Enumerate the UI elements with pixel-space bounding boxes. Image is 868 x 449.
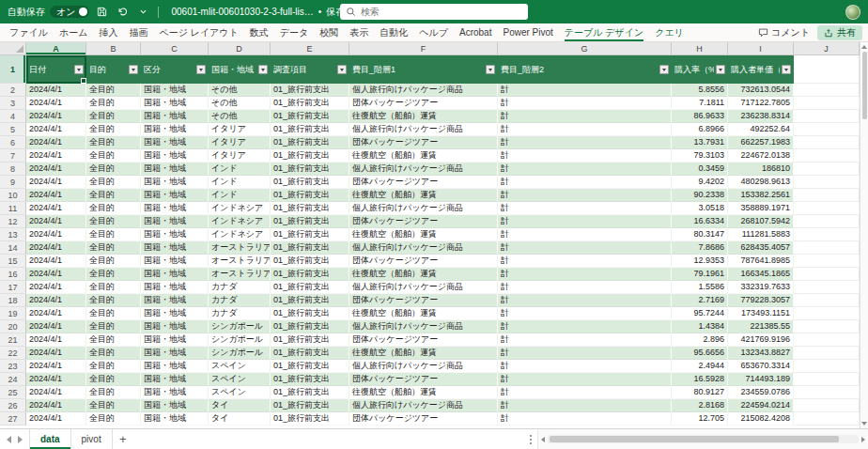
cell-J22[interactable] [794, 347, 860, 360]
cell-F12[interactable]: 団体パッケージツアー [349, 215, 498, 228]
header-cell-C1[interactable]: 区分 [141, 55, 209, 84]
cell-E18[interactable]: 01_旅行前支出 [271, 294, 349, 307]
cell-B20[interactable]: 全目的 [86, 320, 141, 333]
cell-G5[interactable]: 計 [498, 123, 672, 136]
cell-B23[interactable]: 全目的 [86, 360, 141, 373]
cell-B10[interactable]: 全目的 [86, 189, 141, 202]
cell-D11[interactable]: インドネシア [209, 202, 271, 215]
row-header-26[interactable]: 26 [0, 399, 26, 412]
filter-dropdown-icon[interactable] [74, 65, 84, 74]
cell-B17[interactable]: 全目的 [86, 281, 141, 294]
cell-A17[interactable]: 2024/4/1 [26, 281, 86, 294]
cell-B16[interactable]: 全目的 [86, 268, 141, 281]
header-cell-H1[interactable]: 購入率（%） [672, 55, 728, 84]
search-box[interactable] [340, 4, 528, 20]
cell-H8[interactable]: 0.3459 [672, 163, 728, 176]
cell-E20[interactable]: 01_旅行前支出 [271, 320, 349, 333]
cell-E27[interactable]: 01_旅行前支出 [271, 412, 349, 426]
cell-G23[interactable]: 計 [498, 360, 672, 373]
cell-H4[interactable]: 86.9633 [672, 110, 728, 123]
ribbon-tab-14[interactable]: テーブル デザイン [559, 23, 649, 41]
row-header-25[interactable]: 25 [0, 386, 26, 399]
cell-J12[interactable] [794, 215, 860, 228]
cell-G16[interactable]: 計 [498, 268, 672, 281]
ribbon-tab-15[interactable]: クエリ [649, 23, 690, 41]
cell-C4[interactable]: 国籍・地域 [141, 110, 209, 123]
cell-E16[interactable]: 01_旅行前支出 [271, 268, 349, 281]
ribbon-tab-9[interactable]: 表示 [344, 23, 374, 41]
undo-icon[interactable] [115, 4, 131, 21]
cell-F15[interactable]: 団体パッケージツアー [349, 255, 498, 268]
cell-C17[interactable]: 国籍・地域 [141, 281, 209, 294]
cell-B14[interactable]: 全目的 [86, 241, 141, 255]
cell-I7[interactable]: 224672.0138 [728, 149, 794, 163]
cell-D10[interactable]: インド [209, 189, 271, 202]
cell-C7[interactable]: 国籍・地域 [141, 149, 209, 163]
cell-D19[interactable]: カナダ [209, 307, 271, 320]
cell-D12[interactable]: インドネシア [209, 215, 271, 228]
cell-B24[interactable]: 全目的 [86, 373, 141, 386]
row-header-4[interactable]: 4 [0, 110, 26, 123]
cell-A14[interactable]: 2024/4/1 [26, 241, 86, 255]
cell-G8[interactable]: 計 [498, 163, 672, 176]
cell-F9[interactable]: 団体パッケージツアー [349, 176, 498, 189]
quick-access-chevron-icon[interactable] [135, 4, 151, 21]
cell-H26[interactable]: 2.8168 [672, 399, 728, 412]
cell-A4[interactable]: 2024/4/1 [26, 110, 86, 123]
cell-G14[interactable]: 計 [498, 241, 672, 255]
cell-F13[interactable]: 往復航空（船舶）運賃 [349, 228, 498, 241]
cell-J23[interactable] [794, 360, 860, 373]
filter-dropdown-icon[interactable] [486, 65, 495, 74]
cell-F23[interactable]: 個人旅行向けパッケージ商品 [349, 360, 498, 373]
cell-B6[interactable]: 全目的 [86, 136, 141, 149]
cell-A12[interactable]: 2024/4/1 [26, 215, 86, 228]
column-header-D[interactable]: D [209, 42, 271, 54]
cell-J26[interactable] [794, 399, 860, 412]
cell-A8[interactable]: 2024/4/1 [26, 163, 86, 176]
filter-dropdown-icon[interactable] [129, 65, 138, 74]
ribbon-tab-6[interactable]: 数式 [244, 23, 274, 41]
cell-E15[interactable]: 01_旅行前支出 [271, 255, 349, 268]
cell-I24[interactable]: 714493.189 [728, 373, 794, 386]
cell-I12[interactable]: 268107.5942 [728, 215, 794, 228]
horizontal-scroll-thumb[interactable] [550, 436, 839, 442]
cell-E17[interactable]: 01_旅行前支出 [271, 281, 349, 294]
row-header-23[interactable]: 23 [0, 360, 26, 373]
cell-H9[interactable]: 9.4202 [672, 176, 728, 189]
cell-E14[interactable]: 01_旅行前支出 [271, 241, 349, 255]
cell-C16[interactable]: 国籍・地域 [141, 268, 209, 281]
cell-C27[interactable]: 国籍・地域 [141, 412, 209, 426]
cell-G20[interactable]: 計 [498, 320, 672, 333]
cell-B5[interactable]: 全目的 [86, 123, 141, 136]
cell-B25[interactable]: 全目的 [86, 386, 141, 399]
cell-A3[interactable]: 2024/4/1 [26, 97, 86, 110]
cell-I18[interactable]: 779228.3057 [728, 294, 794, 307]
ribbon-tab-13[interactable]: Power Pivot [497, 23, 558, 41]
cell-B3[interactable]: 全目的 [86, 97, 141, 110]
cell-A5[interactable]: 2024/4/1 [26, 123, 86, 136]
cell-H2[interactable]: 5.8556 [672, 84, 728, 97]
cell-G22[interactable]: 計 [498, 347, 672, 360]
cell-C26[interactable]: 国籍・地域 [141, 399, 209, 412]
cell-I8[interactable]: 186810 [728, 163, 794, 176]
cell-H10[interactable]: 90.2338 [672, 189, 728, 202]
row-header-3[interactable]: 3 [0, 97, 26, 110]
row-header-13[interactable]: 13 [0, 228, 26, 241]
cell-E10[interactable]: 01_旅行前支出 [271, 189, 349, 202]
row-header-14[interactable]: 14 [0, 241, 26, 255]
cell-H5[interactable]: 6.8966 [672, 123, 728, 136]
cell-B19[interactable]: 全目的 [86, 307, 141, 320]
cell-I20[interactable]: 221385.55 [728, 320, 794, 333]
cell-I21[interactable]: 421769.9196 [728, 333, 794, 347]
ribbon-tab-12[interactable]: Acrobat [454, 23, 497, 41]
cell-C20[interactable]: 国籍・地域 [141, 320, 209, 333]
cell-A23[interactable]: 2024/4/1 [26, 360, 86, 373]
row-header-10[interactable]: 10 [0, 189, 26, 202]
cell-C8[interactable]: 国籍・地域 [141, 163, 209, 176]
cell-B21[interactable]: 全目的 [86, 333, 141, 347]
cell-A24[interactable]: 2024/4/1 [26, 373, 86, 386]
cell-H22[interactable]: 95.6656 [672, 347, 728, 360]
cell-I23[interactable]: 653670.3314 [728, 360, 794, 373]
cell-I16[interactable]: 166345.1865 [728, 268, 794, 281]
cell-F17[interactable]: 個人旅行向けパッケージ商品 [349, 281, 498, 294]
